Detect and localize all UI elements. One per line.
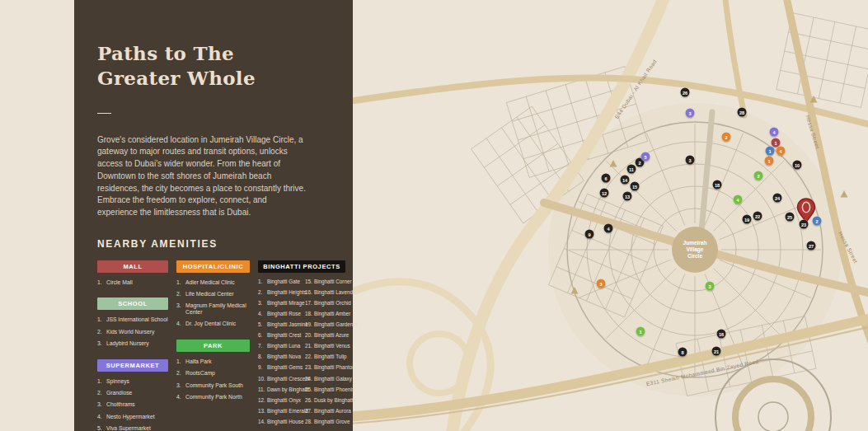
item-number: 23. (305, 365, 314, 371)
amenity-item: 3.Community Park South (176, 382, 250, 389)
category-item-list: 1.Circle Mall (97, 279, 168, 286)
amenity-item: 2.Life Medical Center (176, 291, 250, 297)
project-item: 9.Binghatti Gems (258, 365, 304, 371)
binghatti-projects-header: BINGHATTI PROJECTS (258, 260, 345, 273)
item-label: Binghatti Grove (314, 419, 350, 425)
item-label: Dawn by Binghatti (267, 387, 309, 393)
category-header: PARK (176, 340, 250, 352)
item-label: Binghatti Gate (267, 279, 300, 285)
category-item-list: 1.Spinneys2.Grandiose3.Choithrams4.Nesto… (97, 378, 168, 431)
item-label: Binghatti Venus (314, 344, 350, 349)
item-number: 13. (258, 409, 267, 415)
item-number: 2. (97, 329, 106, 335)
item-label: Binghatti Nova (267, 354, 301, 360)
item-label: Community Park South (185, 382, 243, 389)
category-header: HOSPITAL/CLINIC (176, 260, 250, 273)
item-label: Binghatti Orchid (314, 301, 351, 307)
item-label: Life Medical Center (185, 291, 234, 297)
amenity-item: 1.JSS International School (97, 316, 168, 323)
title-divider (97, 113, 111, 114)
item-label: Binghatti Phoenix (314, 387, 354, 393)
item-number: 11. (258, 387, 267, 393)
project-item: 13.Binghatti Emerald (258, 409, 304, 415)
project-item: 16.Binghatti Lavender (305, 290, 346, 296)
item-label: Binghatti Gems (267, 365, 303, 371)
intro-paragraph: Grove's considered location in Jumeirah … (97, 134, 307, 219)
project-item: 24.Binghatti Galaxy (305, 377, 346, 382)
item-label: Binghatti Heights (267, 290, 307, 296)
page-title: Paths to The Greater Whole (97, 41, 353, 91)
item-label: Community Park North (185, 394, 242, 401)
brochure-page: JumeirahVillageCircle E44 Dubai - Al Kha… (0, 0, 868, 431)
item-number: 1. (97, 279, 106, 286)
item-label: Binghatti Onyx (267, 398, 301, 404)
item-number: 8. (258, 354, 267, 360)
item-label: Binghatti Amber (314, 312, 350, 317)
item-number: 21. (305, 344, 314, 349)
item-label: Magnum Family Medical Center (185, 302, 250, 316)
item-number: 4. (97, 414, 106, 420)
item-label: JSS International School (106, 316, 167, 323)
item-label: Binghatti Gardenia (314, 322, 357, 328)
item-number: 7. (258, 344, 267, 349)
amenities-heading: NEARBY AMENITIES (97, 238, 353, 250)
project-item: 10.Binghatti Crescent (258, 377, 304, 382)
project-item: 4.Binghatti Rose (258, 312, 304, 317)
project-item: 21.Binghatti Venus (305, 344, 346, 349)
amenity-item: 4.Dr. Joy Dental Clinic (176, 321, 250, 327)
item-label: Choithrams (106, 401, 135, 408)
amenity-item: 3.Magnum Family Medical Center (176, 302, 250, 316)
amenities-column-3: BINGHATTI PROJECTS 1.Binghatti Gate2.Bin… (258, 260, 345, 431)
project-item: 7.Binghatti Luna (258, 344, 304, 349)
item-label: Halfa Park (185, 358, 212, 365)
item-label: Binghatti Rose (267, 312, 301, 317)
category-header: MALL (97, 260, 168, 273)
project-item: 22.Binghatti Tulip (305, 354, 346, 360)
item-label: Viva Supermarket (106, 425, 151, 431)
item-number: 3. (176, 302, 185, 316)
item-label: Circle Mall (106, 279, 133, 286)
amenity-category-mall: MALL1.Circle Mall (97, 260, 168, 286)
item-number: 3. (176, 382, 185, 389)
item-number: 1. (176, 279, 185, 286)
item-label: Binghatti Crescent (267, 377, 309, 382)
item-label: Binghatti Crest (267, 333, 301, 339)
item-number: 15. (305, 279, 314, 285)
binghatti-projects-lists: 1.Binghatti Gate2.Binghatti Heights3.Bin… (258, 273, 345, 431)
item-number: 22. (305, 354, 314, 360)
item-number: 5. (97, 425, 106, 431)
amenities-grid: MALL1.Circle MallSCHOOL1.JSS Internation… (97, 260, 353, 431)
category-item-list: 1.Halfa Park2.RootsCamp3.Community Park … (176, 358, 250, 401)
project-item: 6.Binghatti Crest (258, 333, 304, 339)
page-title-line2: Greater Whole (97, 67, 256, 89)
item-label: RootsCamp (185, 370, 215, 377)
amenity-item: 3.Ladybird Nursery (97, 340, 168, 347)
item-label: Binghatti Tulip (314, 354, 347, 360)
sidebar-panel: Paths to The Greater Whole Grove's consi… (74, 0, 353, 431)
amenity-item: 4.Nesto Hypermarket (97, 414, 168, 420)
item-number: 28. (305, 419, 314, 425)
item-number: 4. (258, 312, 267, 317)
amenity-item: 5.Viva Supermarket (97, 425, 168, 431)
amenity-item: 2.RootsCamp (176, 370, 250, 377)
amenities-column-2: HOSPITAL/CLINIC1.Adler Medical Clinic2.L… (176, 260, 250, 431)
item-label: Binghatti Aurora (314, 409, 351, 415)
item-label: Binghatti Jasmine (267, 322, 308, 328)
category-item-list: 1.JSS International School2.Kids World N… (97, 316, 168, 346)
amenity-category-school: SCHOOL1.JSS International School2.Kids W… (97, 297, 168, 346)
item-number: 4. (176, 394, 185, 401)
project-item: 8.Binghatti Nova (258, 354, 304, 360)
item-number: 6. (258, 333, 267, 339)
project-item: 25.Binghatti Phoenix (305, 387, 346, 393)
item-number: 10. (258, 377, 267, 382)
item-number: 3. (97, 340, 106, 347)
amenity-item: 3.Choithrams (97, 401, 168, 408)
item-number: 14. (258, 419, 267, 425)
amenity-category-park: PARK1.Halfa Park2.RootsCamp3.Community P… (176, 340, 250, 401)
amenity-item: 2.Kids World Nursery (97, 329, 168, 335)
item-label: Dusk by Binghatti (314, 398, 354, 404)
amenity-category-hospital-clinic: HOSPITAL/CLINIC1.Adler Medical Clinic2.L… (176, 260, 250, 328)
amenities-column-1: MALL1.Circle MallSCHOOL1.JSS Internation… (97, 260, 168, 431)
item-number: 19. (305, 322, 314, 328)
item-number: 25. (305, 387, 314, 393)
